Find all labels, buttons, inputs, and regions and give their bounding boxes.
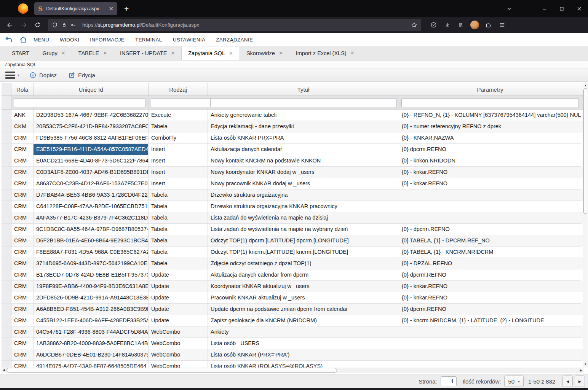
grid-cell[interactable]: Tabela [149,258,208,269]
grid-row[interactable]: CRMC455B122-1EE6-406D-9AFF-428EDF33B25AU… [2,315,583,326]
grid-cell[interactable]: ComboFly [149,132,208,144]
grid-cell[interactable]: A8637CC0-C23B-4D12-BAF6-153A7F5C7E0E [34,178,149,189]
page-size-select[interactable]: 50 ▾ [504,376,524,387]
grid-cell[interactable] [399,189,581,201]
grid-cell[interactable]: CRM [11,235,34,247]
menu-item-terminal[interactable]: TERMINAL [135,37,162,43]
grid-cell[interactable]: {0} dpcrm.REFNO [399,269,581,281]
grid-cell[interactable]: CKM [11,121,34,132]
grid-cell[interactable]: C455B122-1EE6-406D-9AFF-428EDF33B25A [34,315,149,326]
page-number-input[interactable] [441,376,457,386]
tab-close-icon[interactable]: ✕ [103,50,107,56]
grid-cell[interactable]: CRM [11,212,34,224]
filter-input[interactable] [36,98,146,107]
grid-cell[interactable]: 19F8F99E-ABB6-4400-94F9-8D3E6C631A8E [34,281,149,292]
row-selector-cell[interactable] [2,178,11,189]
row-selector-cell[interactable] [2,315,11,326]
grid-cell[interactable]: E0ACD211-668E-4D40-8F73-5D6C122F7864 [34,155,149,167]
grid-cell[interactable]: Update [149,304,208,315]
grid-cell[interactable]: 2DFD8526-0D9B-421D-991A-A91448C13E3B [34,292,149,304]
grid-cell[interactable]: FD9B5385-F756-46C8-8312-4AFB1FEF06EF [34,132,149,144]
grid-cell[interactable]: CRM [11,292,34,304]
grid-cell[interactable]: CRM [11,189,34,201]
grid-cell[interactable]: 1AB38862-8B20-4000-8839-5A0FE8BC1A4B [34,338,149,349]
grid-cell[interactable]: Pracownik KNKAR aktualizuj w _users [208,292,399,304]
next-page-button[interactable]: ▶ [575,376,585,387]
grid-cell[interactable] [399,338,581,349]
grid-menu-button[interactable] [5,72,15,79]
menu-item-informacje[interactable]: INFORMACJE [90,37,125,43]
grid-cell[interactable] [399,361,581,368]
download-icon[interactable] [440,19,454,31]
grid-cell[interactable]: Insert [149,144,208,155]
grid-cell[interactable]: Tabela [149,189,208,201]
grid-cell[interactable]: Nowy koordynator KNKAR dodaj w _users [208,167,399,178]
grid-cell[interactable]: CRM [11,144,34,155]
grid-cell[interactable]: Execute [149,110,208,121]
row-selector-cell[interactable] [2,155,11,167]
grid-cell[interactable]: Odczyt TOP(1) kncrm.[LATITUDE] kncrm.[LO… [208,247,399,258]
grid-row[interactable]: CRM19F8F99E-ABB6-4400-94F9-8D3E6C631A8EU… [2,281,583,292]
grid-cell[interactable]: F8EE88A7-F031-4D5A-968A-C0E365C627A2 [34,247,149,258]
scroll-down-arrow-icon[interactable]: ▼ [583,363,588,366]
row-selector-cell[interactable] [2,189,11,201]
grid-row[interactable]: CRME0ACD211-668E-4D40-8F73-5D6C122F7864I… [2,155,583,167]
grid-cell[interactable]: CRM [11,338,34,349]
grid-cell[interactable]: CRM [11,224,34,235]
grid-cell[interactable]: B173ECD7-0D78-424D-9E8B-E1B5FF957373 [34,269,149,281]
grid-cell[interactable]: D7FBAB4A-BE53-4BB6-9A33-1728CD04F224 [34,189,149,201]
scroll-up-arrow-icon[interactable]: ▲ [583,84,588,87]
bookmark-star-icon[interactable] [411,22,417,28]
edit-record-button[interactable]: Edycja [68,72,95,79]
grid-cell[interactable]: Tabela [149,235,208,247]
scroll-left-arrow-icon[interactable]: ◀ [2,368,6,373]
row-selector-cell[interactable] [2,132,11,144]
grid-row[interactable]: CRMC0D3A1F8-2E00-4037-AD46-B1D695B891DBI… [2,167,583,178]
filter-input[interactable] [401,98,579,107]
grid-cell[interactable]: Update [149,269,208,281]
grid-cell[interactable]: CRM [11,167,34,178]
grid-cell[interactable]: Nowy pracownik KNKAR dodaj w _users [208,178,399,189]
browser-tab-close-icon[interactable]: ✕ [109,5,113,12]
grid-cell[interactable]: {0} - knkar.REFNO [399,292,581,304]
grid-cell[interactable]: Lista osób KNKAR PRX=PRA [208,132,399,144]
grid-cell[interactable]: Tabela [149,247,208,258]
grid-cell[interactable]: CRM [11,155,34,167]
grid-cell[interactable]: {0} - DPZAL.REFNO [399,258,581,269]
grid-cell[interactable]: Update [149,281,208,292]
grid-cell[interactable]: Lista zadań do wyświetlenia na mapie na … [208,212,399,224]
grid-row[interactable]: CRME3E51529-FB16-411D-A54A-857C0587AED4I… [2,144,583,155]
grid-cell[interactable]: {0} - knkar.REFNO [399,178,581,189]
vertical-scrollbar[interactable]: ▲ ▼ [583,83,588,368]
grid-row[interactable]: CRMA8637CC0-C23B-4D12-BAF6-153A7F5C7E0EI… [2,178,583,189]
grid-cell[interactable]: 3714D695-6A09-443D-897C-5642199CA10E [34,258,149,269]
grid-cell[interactable]: Nowy kontakt KNCRM na podstawie KNKON [208,155,399,167]
selected-cell[interactable]: E3E51529-FB16-411D-A54A-857C0587AED4 [34,144,149,155]
grid-cell[interactable]: CRM [11,326,34,338]
column-header[interactable]: Parametry [399,83,581,96]
grid-menu-caret-icon[interactable]: ▾ [18,73,19,77]
grid-row[interactable]: CRM3714D695-6A09-443D-897C-5642199CA10ET… [2,258,583,269]
grid-row[interactable]: CRM4AFA3577-B17C-4236-B379-7F4C362C118DT… [2,212,583,224]
grid-cell[interactable]: CRM [11,258,34,269]
tab-close-icon[interactable]: ✕ [171,50,175,56]
grid-cell[interactable]: Lista osób KNKAR (PRX='PRA') [208,349,399,361]
column-header[interactable]: Unique Id [34,83,149,96]
grid-cell[interactable]: Ankiety [208,326,399,338]
grid-cell[interactable]: 04C54761-F28F-4936-8803-F44ADCF5D84A [34,326,149,338]
extensions-puzzle-icon[interactable] [481,19,495,31]
horizontal-scroll-thumb[interactable] [6,368,337,372]
row-selector-cell[interactable] [2,201,11,212]
grid-cell[interactable]: {0} - knkon.NRIDODN [399,155,581,167]
grid-cell[interactable]: WebCombo [149,361,208,368]
grid-cell[interactable]: Update [149,315,208,326]
grid-cell[interactable]: Lista osób KNKAR (ROLASYS=@ROLASYS) [208,361,399,368]
grid-cell[interactable]: Tabela [149,224,208,235]
row-selector-cell[interactable] [2,247,11,258]
grid-cell[interactable]: Insert [149,178,208,189]
grid-cell[interactable]: {0} TABELA, {1} - DPCRM.REF_NO [399,235,581,247]
grid-row[interactable]: CRM9C1DBC8C-8A55-464A-97BF-D9687B805374T… [2,224,583,235]
grid-cell[interactable]: 4AFA3577-B17C-4236-B379-7F4C362C118D [34,212,149,224]
menu-hamburger-icon[interactable] [495,19,509,31]
grid-cell[interactable]: 20B53C75-C2F6-421D-BF84-7933207AC8FC [34,121,149,132]
